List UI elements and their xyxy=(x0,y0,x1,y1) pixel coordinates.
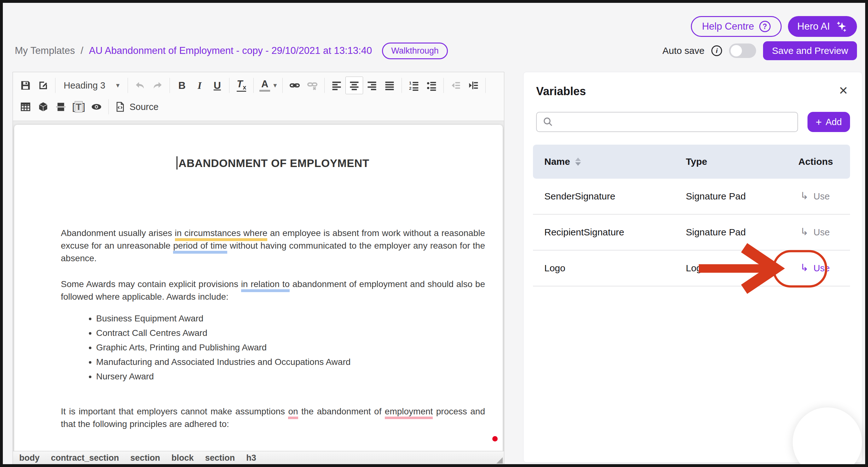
text-cursor xyxy=(177,156,178,169)
block-cube-icon[interactable] xyxy=(34,98,52,116)
svg-text:1: 1 xyxy=(409,81,412,85)
toolbar-separator xyxy=(128,78,128,93)
search-box xyxy=(536,112,798,132)
app-window: Help Centre ? Hero AI My Templates / AU … xyxy=(0,0,868,467)
document-title: ABANDONMENT OF EMPLOYMENT xyxy=(61,156,485,169)
auto-save-label: Auto save xyxy=(662,45,705,56)
variables-search-input[interactable] xyxy=(536,112,798,132)
variable-name: Logo xyxy=(544,263,686,274)
align-center-icon[interactable] xyxy=(345,76,363,94)
element-path-item[interactable]: contract_section xyxy=(51,453,119,463)
hero-ai-button[interactable]: Hero AI xyxy=(788,16,857,37)
panel-title: Variables xyxy=(536,85,586,98)
underline-icon[interactable]: U xyxy=(208,76,226,94)
align-left-icon[interactable] xyxy=(328,76,345,94)
add-label: Add xyxy=(826,117,842,127)
text-variable-icon[interactable]: [T] xyxy=(70,98,88,116)
search-row: + Add xyxy=(536,112,850,132)
close-icon[interactable]: ✕ xyxy=(837,85,850,97)
use-label: Use xyxy=(813,263,830,274)
variable-name: RecipientSignature xyxy=(544,227,686,238)
breadcrumb: My Templates / AU Abandonment of Employm… xyxy=(15,42,448,59)
justify-icon[interactable] xyxy=(381,76,398,94)
text-run: the abandonment of xyxy=(298,406,385,416)
italic-icon[interactable]: I xyxy=(191,76,208,94)
edit-template-icon[interactable] xyxy=(34,76,52,94)
align-right-icon[interactable] xyxy=(363,76,381,94)
toolbar-row-2: [T] Source xyxy=(17,96,500,118)
breadcrumb-root[interactable]: My Templates xyxy=(15,45,75,56)
element-path-bar: bodycontract_sectionsectionblocksectionh… xyxy=(13,451,504,465)
use-button[interactable]: ↳Use xyxy=(798,191,832,202)
source-button[interactable]: Source xyxy=(112,98,161,116)
toolbar-separator xyxy=(443,78,444,93)
resize-handle[interactable] xyxy=(496,457,503,464)
table-row: SenderSignatureSignature Pad↳Use xyxy=(533,179,850,215)
paragraph: Abandonment usually arises in circumstan… xyxy=(61,227,485,265)
font-color-icon[interactable]: A ▾ xyxy=(257,76,279,94)
element-path-item[interactable]: section xyxy=(130,453,160,463)
list-item: Business Equipment Award xyxy=(96,311,485,326)
list-item: Manufacturing and Associated Industries … xyxy=(96,355,485,369)
list-item: Graphic Arts, Printing and Publishing Aw… xyxy=(96,340,485,355)
save-controls: Auto save i Save and Preview xyxy=(662,41,857,60)
document-page[interactable]: ABANDONMENT OF EMPLOYMENT Abandonment us… xyxy=(14,125,503,451)
text-run: It is important that employers cannot ma… xyxy=(61,406,288,416)
topbar: Help Centre ? Hero AI xyxy=(691,16,857,37)
column-header-actions: Actions xyxy=(798,156,839,167)
variable-type: Signature Pad xyxy=(686,227,798,238)
unlink-icon[interactable] xyxy=(304,76,321,94)
auto-save-toggle[interactable] xyxy=(729,43,756,58)
element-path-item[interactable]: block xyxy=(172,453,194,463)
heading-dropdown[interactable]: Heading 3 ▾ xyxy=(59,76,124,94)
link-icon[interactable] xyxy=(286,76,304,94)
search-icon xyxy=(542,116,553,127)
column-header-name[interactable]: Name xyxy=(544,156,686,167)
variable-type: Logo xyxy=(686,263,798,274)
redo-icon[interactable] xyxy=(149,76,166,94)
table-icon[interactable] xyxy=(17,98,34,116)
element-path-item[interactable]: section xyxy=(205,453,235,463)
section-split-icon[interactable] xyxy=(52,98,70,116)
save-and-preview-button[interactable]: Save and Preview xyxy=(763,41,857,60)
preview-eye-icon[interactable] xyxy=(88,98,105,116)
toolbar-separator xyxy=(282,78,283,93)
chevron-down-icon: ▾ xyxy=(116,81,120,90)
numbered-list-icon[interactable]: 12 xyxy=(405,76,423,94)
increase-indent-icon[interactable] xyxy=(465,76,482,94)
award-list: Business Equipment AwardContract Call Ce… xyxy=(82,311,485,384)
info-icon[interactable]: i xyxy=(711,45,722,56)
toolbar-separator xyxy=(402,78,402,93)
comment-marker-dot xyxy=(492,436,498,441)
use-arrow-icon: ↳ xyxy=(800,227,808,237)
variables-panel: Variables ✕ + Add Name Type Actions Send… xyxy=(523,72,862,463)
chevron-down-icon: ▾ xyxy=(273,81,277,90)
table-row: RecipientSignatureSignature Pad↳Use xyxy=(533,215,850,251)
remove-format-icon[interactable]: Tx xyxy=(232,76,250,94)
use-button[interactable]: ↳Use xyxy=(798,227,832,238)
text-run: Abandonment usually arises xyxy=(61,228,175,238)
decrease-indent-icon[interactable] xyxy=(447,76,465,94)
variables-table: Name Type Actions SenderSignatureSignatu… xyxy=(533,145,850,286)
use-label: Use xyxy=(813,191,830,202)
heading-dropdown-value: Heading 3 xyxy=(64,80,105,91)
save-icon[interactable] xyxy=(17,76,34,94)
use-button[interactable]: ↳Use xyxy=(798,263,832,274)
highlighted-text: in circumstances where xyxy=(175,228,268,241)
toolbar-separator xyxy=(324,78,324,93)
help-centre-button[interactable]: Help Centre ? xyxy=(691,16,781,37)
bullet-list-icon[interactable] xyxy=(423,76,440,94)
bold-icon[interactable]: B xyxy=(173,76,191,94)
variables-table-rows: SenderSignatureSignature Pad↳UseRecipien… xyxy=(533,179,850,286)
toolbar-separator xyxy=(485,78,486,93)
element-path-item[interactable]: body xyxy=(19,453,40,463)
add-variable-button[interactable]: + Add xyxy=(807,112,850,132)
list-item: Contract Call Centres Award xyxy=(96,326,485,340)
undo-icon[interactable] xyxy=(131,76,149,94)
use-label: Use xyxy=(813,227,830,238)
document-scroll-area[interactable]: ABANDONMENT OF EMPLOYMENT Abandonment us… xyxy=(13,121,504,451)
sort-icon[interactable] xyxy=(575,158,581,166)
template-editor: Heading 3 ▾ B I U Tx xyxy=(12,72,504,465)
walkthrough-button[interactable]: Walkthrough xyxy=(382,42,448,59)
element-path-item[interactable]: h3 xyxy=(246,453,256,463)
